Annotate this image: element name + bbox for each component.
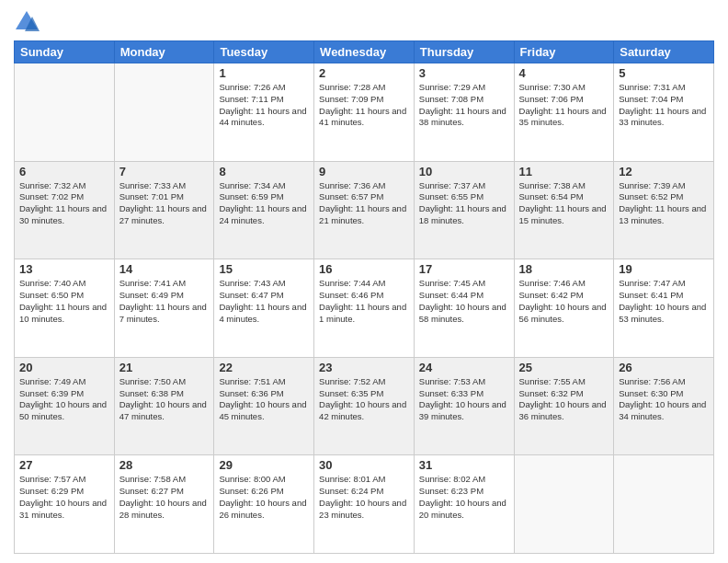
day-number: 6 <box>19 165 109 178</box>
header <box>14 9 714 35</box>
calendar-header-tuesday: Tuesday <box>214 41 314 63</box>
calendar-cell <box>114 63 214 162</box>
calendar-cell: 1Sunrise: 7:26 AM Sunset: 7:11 PM Daylig… <box>214 63 314 162</box>
calendar-header-monday: Monday <box>114 41 214 63</box>
day-number: 31 <box>419 458 509 472</box>
calendar-cell <box>614 455 714 554</box>
calendar-week-row: 20Sunrise: 7:49 AM Sunset: 6:39 PM Dayli… <box>15 357 714 455</box>
calendar-cell: 19Sunrise: 7:47 AM Sunset: 6:41 PM Dayli… <box>614 259 714 358</box>
day-number: 19 <box>619 262 709 276</box>
day-number: 5 <box>619 66 709 80</box>
day-number: 21 <box>119 361 210 374</box>
day-info: Sunrise: 7:36 AM Sunset: 6:57 PM Dayligh… <box>319 180 409 227</box>
day-info: Sunrise: 7:31 AM Sunset: 7:04 PM Dayligh… <box>619 82 709 129</box>
day-number: 12 <box>619 165 709 178</box>
day-number: 15 <box>219 262 309 276</box>
day-number: 14 <box>119 262 210 276</box>
day-info: Sunrise: 7:43 AM Sunset: 6:47 PM Dayligh… <box>219 278 309 325</box>
calendar-cell: 23Sunrise: 7:52 AM Sunset: 6:35 PM Dayli… <box>314 357 415 455</box>
day-info: Sunrise: 7:57 AM Sunset: 6:29 PM Dayligh… <box>19 474 109 521</box>
day-info: Sunrise: 7:26 AM Sunset: 7:11 PM Dayligh… <box>219 82 309 129</box>
day-number: 1 <box>219 66 309 80</box>
day-number: 11 <box>519 165 609 178</box>
calendar-cell: 25Sunrise: 7:55 AM Sunset: 6:32 PM Dayli… <box>514 357 614 455</box>
calendar-cell: 21Sunrise: 7:50 AM Sunset: 6:38 PM Dayli… <box>114 357 214 455</box>
calendar-cell: 30Sunrise: 8:01 AM Sunset: 6:24 PM Dayli… <box>314 455 415 554</box>
day-number: 30 <box>319 458 409 472</box>
calendar-header-saturday: Saturday <box>614 41 714 63</box>
day-number: 13 <box>19 262 109 276</box>
day-info: Sunrise: 7:49 AM Sunset: 6:39 PM Dayligh… <box>19 376 109 423</box>
day-info: Sunrise: 7:51 AM Sunset: 6:36 PM Dayligh… <box>219 376 309 423</box>
calendar-header-row: SundayMondayTuesdayWednesdayThursdayFrid… <box>15 41 714 63</box>
page: SundayMondayTuesdayWednesdayThursdayFrid… <box>0 0 728 563</box>
calendar-cell: 8Sunrise: 7:34 AM Sunset: 6:59 PM Daylig… <box>214 161 314 259</box>
calendar-cell: 17Sunrise: 7:45 AM Sunset: 6:44 PM Dayli… <box>414 259 514 358</box>
day-info: Sunrise: 7:39 AM Sunset: 6:52 PM Dayligh… <box>619 180 709 227</box>
calendar-week-row: 6Sunrise: 7:32 AM Sunset: 7:02 PM Daylig… <box>15 161 714 259</box>
day-info: Sunrise: 8:00 AM Sunset: 6:26 PM Dayligh… <box>219 474 309 521</box>
day-info: Sunrise: 7:58 AM Sunset: 6:27 PM Dayligh… <box>119 474 210 521</box>
day-info: Sunrise: 7:56 AM Sunset: 6:30 PM Dayligh… <box>619 376 709 423</box>
calendar-cell: 31Sunrise: 8:02 AM Sunset: 6:23 PM Dayli… <box>414 455 514 554</box>
calendar-header-sunday: Sunday <box>15 41 115 63</box>
day-number: 26 <box>619 361 709 374</box>
day-number: 20 <box>19 361 109 374</box>
calendar-cell: 18Sunrise: 7:46 AM Sunset: 6:42 PM Dayli… <box>514 259 614 358</box>
day-number: 27 <box>19 458 109 472</box>
calendar-cell: 2Sunrise: 7:28 AM Sunset: 7:09 PM Daylig… <box>314 63 415 162</box>
calendar-cell <box>514 455 614 554</box>
calendar-cell: 20Sunrise: 7:49 AM Sunset: 6:39 PM Dayli… <box>15 357 115 455</box>
day-info: Sunrise: 8:02 AM Sunset: 6:23 PM Dayligh… <box>419 474 509 521</box>
calendar-week-row: 13Sunrise: 7:40 AM Sunset: 6:50 PM Dayli… <box>15 259 714 358</box>
day-info: Sunrise: 7:46 AM Sunset: 6:42 PM Dayligh… <box>519 278 609 325</box>
day-number: 2 <box>319 66 409 80</box>
calendar-cell: 26Sunrise: 7:56 AM Sunset: 6:30 PM Dayli… <box>614 357 714 455</box>
day-number: 4 <box>519 66 609 80</box>
calendar-cell: 29Sunrise: 8:00 AM Sunset: 6:26 PM Dayli… <box>214 455 314 554</box>
day-number: 9 <box>319 165 409 178</box>
calendar-cell: 16Sunrise: 7:44 AM Sunset: 6:46 PM Dayli… <box>314 259 415 358</box>
logo-icon <box>14 9 40 35</box>
calendar-cell: 5Sunrise: 7:31 AM Sunset: 7:04 PM Daylig… <box>614 63 714 162</box>
day-number: 17 <box>419 262 509 276</box>
calendar-week-row: 27Sunrise: 7:57 AM Sunset: 6:29 PM Dayli… <box>15 455 714 554</box>
day-info: Sunrise: 7:55 AM Sunset: 6:32 PM Dayligh… <box>519 376 609 423</box>
calendar-cell: 13Sunrise: 7:40 AM Sunset: 6:50 PM Dayli… <box>15 259 115 358</box>
calendar-week-row: 1Sunrise: 7:26 AM Sunset: 7:11 PM Daylig… <box>15 63 714 162</box>
day-number: 22 <box>219 361 309 374</box>
day-info: Sunrise: 7:37 AM Sunset: 6:55 PM Dayligh… <box>419 180 509 227</box>
calendar-cell: 27Sunrise: 7:57 AM Sunset: 6:29 PM Dayli… <box>15 455 115 554</box>
day-number: 10 <box>419 165 509 178</box>
day-info: Sunrise: 7:29 AM Sunset: 7:08 PM Dayligh… <box>419 82 509 129</box>
day-info: Sunrise: 7:50 AM Sunset: 6:38 PM Dayligh… <box>119 376 210 423</box>
calendar-cell: 22Sunrise: 7:51 AM Sunset: 6:36 PM Dayli… <box>214 357 314 455</box>
calendar-cell: 15Sunrise: 7:43 AM Sunset: 6:47 PM Dayli… <box>214 259 314 358</box>
day-info: Sunrise: 7:30 AM Sunset: 7:06 PM Dayligh… <box>519 82 609 129</box>
calendar-header-wednesday: Wednesday <box>314 41 415 63</box>
calendar-cell: 3Sunrise: 7:29 AM Sunset: 7:08 PM Daylig… <box>414 63 514 162</box>
day-number: 18 <box>519 262 609 276</box>
day-info: Sunrise: 8:01 AM Sunset: 6:24 PM Dayligh… <box>319 474 409 521</box>
day-number: 24 <box>419 361 509 374</box>
calendar-cell: 11Sunrise: 7:38 AM Sunset: 6:54 PM Dayli… <box>514 161 614 259</box>
day-info: Sunrise: 7:47 AM Sunset: 6:41 PM Dayligh… <box>619 278 709 325</box>
calendar-cell: 6Sunrise: 7:32 AM Sunset: 7:02 PM Daylig… <box>15 161 115 259</box>
calendar-cell: 28Sunrise: 7:58 AM Sunset: 6:27 PM Dayli… <box>114 455 214 554</box>
day-number: 23 <box>319 361 409 374</box>
calendar-cell <box>15 63 115 162</box>
day-number: 3 <box>419 66 509 80</box>
day-info: Sunrise: 7:41 AM Sunset: 6:49 PM Dayligh… <box>119 278 210 325</box>
day-number: 28 <box>119 458 210 472</box>
day-info: Sunrise: 7:28 AM Sunset: 7:09 PM Dayligh… <box>319 82 409 129</box>
calendar-cell: 14Sunrise: 7:41 AM Sunset: 6:49 PM Dayli… <box>114 259 214 358</box>
day-number: 29 <box>219 458 309 472</box>
day-info: Sunrise: 7:38 AM Sunset: 6:54 PM Dayligh… <box>519 180 609 227</box>
calendar-cell: 10Sunrise: 7:37 AM Sunset: 6:55 PM Dayli… <box>414 161 514 259</box>
day-info: Sunrise: 7:44 AM Sunset: 6:46 PM Dayligh… <box>319 278 409 325</box>
calendar-cell: 7Sunrise: 7:33 AM Sunset: 7:01 PM Daylig… <box>114 161 214 259</box>
calendar-cell: 9Sunrise: 7:36 AM Sunset: 6:57 PM Daylig… <box>314 161 415 259</box>
calendar-cell: 12Sunrise: 7:39 AM Sunset: 6:52 PM Dayli… <box>614 161 714 259</box>
day-info: Sunrise: 7:40 AM Sunset: 6:50 PM Dayligh… <box>19 278 109 325</box>
day-info: Sunrise: 7:45 AM Sunset: 6:44 PM Dayligh… <box>419 278 509 325</box>
